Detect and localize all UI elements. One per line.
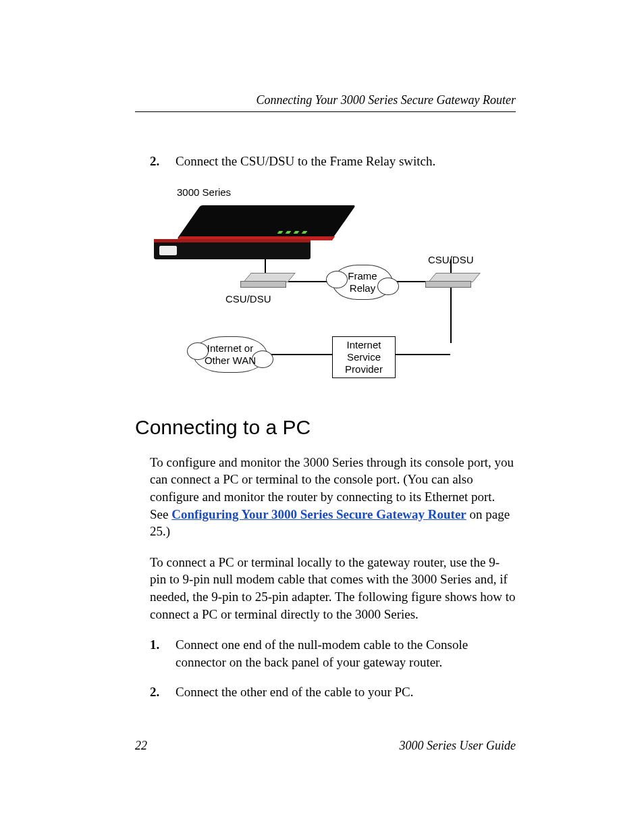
page-number: 22 bbox=[135, 739, 147, 753]
wire bbox=[450, 288, 452, 343]
wire bbox=[265, 259, 266, 274]
cloud-wan-label: Internet or Other WAN bbox=[205, 342, 256, 366]
page: Connecting Your 3000 Series Secure Gatew… bbox=[0, 0, 644, 834]
page-footer: 22 3000 Series User Guide bbox=[135, 739, 516, 753]
step-text: Connect one end of the null-modem cable … bbox=[176, 636, 516, 671]
router-icon bbox=[177, 205, 332, 261]
figure-label-csu-left: CSU/DSU bbox=[225, 293, 271, 305]
isp-box: Internet Service Provider bbox=[332, 336, 396, 378]
paragraph: To connect a PC or terminal locally to t… bbox=[150, 554, 516, 623]
step-item: 1. Connect one end of the null-modem cab… bbox=[150, 636, 516, 671]
step-item: 2. Connect the CSU/DSU to the Frame Rela… bbox=[150, 153, 516, 170]
cloud-frame-relay-icon: Frame Relay bbox=[332, 265, 393, 300]
wire bbox=[390, 354, 450, 355]
figure-label-csu-right: CSU/DSU bbox=[428, 254, 474, 265]
paragraph: To configure and monitor the 3000 Series… bbox=[150, 454, 516, 540]
isp-label: Internet Service Provider bbox=[345, 339, 383, 375]
step-text: Connect the other end of the cable to yo… bbox=[176, 683, 516, 701]
cross-reference-link[interactable]: Configuring Your 3000 Series Secure Gate… bbox=[171, 507, 466, 521]
csu-dsu-icon bbox=[428, 273, 475, 288]
header-rule bbox=[135, 111, 516, 112]
doc-title: 3000 Series User Guide bbox=[400, 739, 516, 753]
cloud-wan-icon: Internet or Other WAN bbox=[193, 336, 267, 373]
network-diagram: 3000 Series CSU/DSU Frame Relay CSU/DSU … bbox=[150, 186, 516, 389]
csu-dsu-icon bbox=[243, 273, 290, 288]
step-number: 2. bbox=[150, 683, 163, 701]
step-item: 2. Connect the other end of the cable to… bbox=[150, 683, 516, 701]
section-heading: Connecting to a PC bbox=[135, 416, 516, 439]
step-text: Connect the CSU/DSU to the Frame Relay s… bbox=[176, 153, 516, 170]
step-number: 1. bbox=[150, 636, 163, 671]
running-header: Connecting Your 3000 Series Secure Gatew… bbox=[135, 93, 516, 111]
cloud-frame-relay-label: Frame Relay bbox=[348, 270, 377, 294]
figure-label-device: 3000 Series bbox=[177, 186, 231, 198]
step-number: 2. bbox=[150, 153, 163, 170]
